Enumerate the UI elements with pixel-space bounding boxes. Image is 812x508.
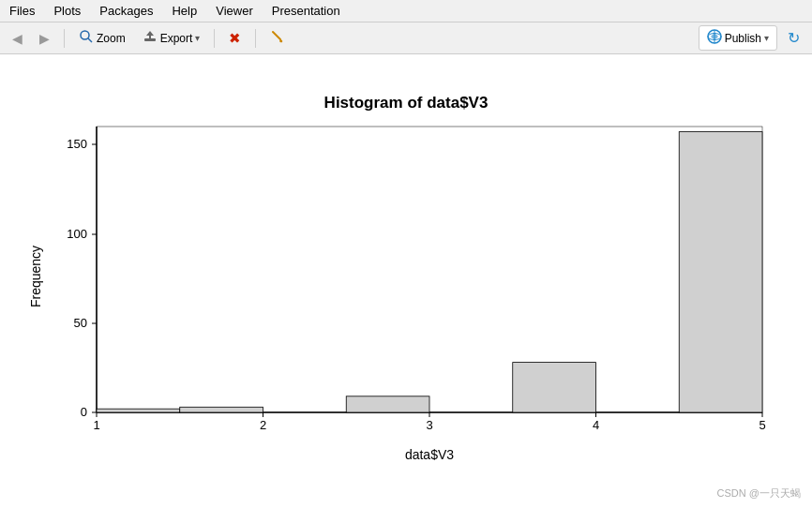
svg-point-0 xyxy=(81,31,89,39)
menu-viewer[interactable]: Viewer xyxy=(206,2,263,20)
svg-marker-3 xyxy=(146,31,154,38)
menu-files[interactable]: Files xyxy=(0,2,44,20)
brush-icon xyxy=(270,29,285,47)
separator-1 xyxy=(64,29,65,48)
export-label: Export xyxy=(160,32,193,45)
back-icon: ◀ xyxy=(12,31,23,46)
export-icon xyxy=(143,29,158,47)
y-tick-100: 100 xyxy=(67,227,87,241)
bar-5 xyxy=(679,132,762,412)
svg-line-4 xyxy=(273,32,280,39)
toolbar: ◀ ▶ Zoom Export ▾ ✖ xyxy=(0,22,812,54)
y-tick-0: 0 xyxy=(81,405,87,419)
x-tick-3: 3 xyxy=(426,418,432,432)
publish-icon xyxy=(707,29,722,47)
watermark: CSDN @一只天蝎 xyxy=(717,486,801,501)
bar-3 xyxy=(346,396,429,412)
x-axis-label: data$V3 xyxy=(405,447,454,462)
clear-button[interactable]: ✖ xyxy=(222,27,248,50)
brush-button[interactable] xyxy=(263,26,292,50)
back-button[interactable]: ◀ xyxy=(6,28,29,49)
svg-rect-9 xyxy=(97,127,762,412)
svg-rect-2 xyxy=(144,38,156,41)
publish-arrow-icon: ▾ xyxy=(764,33,769,43)
menubar: Files Plots Packages Help Viewer Present… xyxy=(0,0,812,22)
histogram-chart: Histogram of data$V3 0 50 100 150 Freque… xyxy=(22,75,790,487)
refresh-icon: ↻ xyxy=(788,29,800,47)
zoom-label: Zoom xyxy=(97,32,126,45)
x-tick-1: 1 xyxy=(93,418,99,432)
refresh-button[interactable]: ↻ xyxy=(781,26,806,50)
y-axis-label: Frequency xyxy=(28,246,43,307)
y-tick-150: 150 xyxy=(67,137,87,151)
svg-line-1 xyxy=(88,38,92,42)
plot-area: Histogram of data$V3 0 50 100 150 Freque… xyxy=(0,54,812,508)
menu-presentation[interactable]: Presentation xyxy=(263,2,350,20)
zoom-button[interactable]: Zoom xyxy=(72,26,132,50)
chart-container: Histogram of data$V3 0 50 100 150 Freque… xyxy=(22,75,790,487)
publish-label: Publish xyxy=(725,32,761,45)
menu-packages[interactable]: Packages xyxy=(90,2,162,20)
x-tick-4: 4 xyxy=(593,418,599,432)
forward-icon: ▶ xyxy=(39,31,50,46)
forward-button[interactable]: ▶ xyxy=(33,28,56,49)
menu-help[interactable]: Help xyxy=(162,2,206,20)
y-tick-50: 50 xyxy=(74,316,87,330)
publish-button[interactable]: Publish ▾ xyxy=(699,25,777,51)
bar-1 xyxy=(97,409,180,412)
x-tick-2: 2 xyxy=(260,418,266,432)
clear-icon: ✖ xyxy=(229,30,241,47)
bar-4 xyxy=(513,363,596,412)
separator-3 xyxy=(255,29,256,48)
menu-plots[interactable]: Plots xyxy=(44,2,90,20)
chart-title: Histogram of data$V3 xyxy=(324,94,489,112)
export-arrow-icon: ▾ xyxy=(195,33,200,43)
separator-2 xyxy=(214,29,215,48)
x-tick-5: 5 xyxy=(759,418,765,432)
export-button[interactable]: Export ▾ xyxy=(136,26,207,50)
zoom-icon xyxy=(79,29,94,47)
bar-2 xyxy=(180,407,263,412)
